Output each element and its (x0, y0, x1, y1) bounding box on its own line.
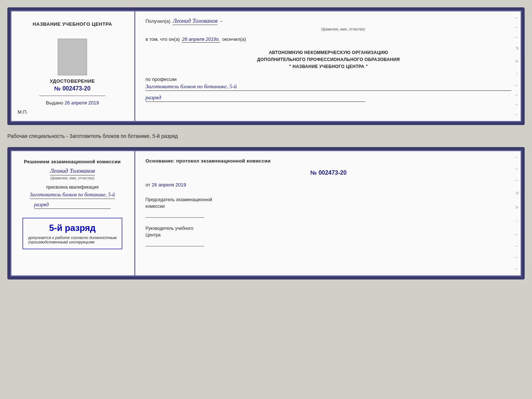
stamp-instructions: (производственным) инструкциям (28, 240, 117, 244)
director-signature-block: Руководитель учебного Центра (145, 225, 511, 246)
qual-rank-value: разряд (34, 202, 111, 209)
basis-label: Основание: протокол экзаменационной коми… (145, 158, 511, 164)
cert-fio-subtitle: (фамилия, имя, отчество) (175, 27, 511, 31)
protocol-number: № 002473-20 (145, 170, 511, 176)
org-line2: ДОПОЛНИТЕЛЬНОГО ПРОФЕССИОНАЛЬНОГО ОБРАЗО… (145, 56, 511, 63)
qual-assigned-label: присвоена квалификация (46, 185, 99, 190)
cert-training-center-title: НАЗВАНИЕ УЧЕБНОГО ЦЕНТРА (33, 21, 112, 27)
director-sig-line (145, 241, 204, 246)
qual-fio-sub: (фамилия, имя, отчество) (50, 176, 94, 180)
page-container: НАЗВАНИЕ УЧЕБНОГО ЦЕНТРА УДОСТОВЕРЕНИЕ №… (7, 7, 525, 279)
cert-right-panel: Получил(а) Леонид Толованов – (фамилия, … (135, 10, 522, 122)
date-prefix: от (145, 182, 150, 188)
recipient-label: Получил(а) (145, 18, 170, 24)
photo-placeholder (58, 39, 87, 75)
chairman-label-line1: Председатель экзаменационной (145, 196, 511, 203)
org-block: АВТОНОМНУЮ НЕКОММЕРЧЕСКУЮ ОРГАНИЗАЦИЮ ДО… (145, 49, 511, 71)
certificate-card: НАЗВАНИЕ УЧЕБНОГО ЦЕНТРА УДОСТОВЕРЕНИЕ №… (7, 7, 525, 125)
completed-label: в том, что он(а) (145, 36, 180, 42)
qual-left-panel: Решением экзаменационной комиссии Леонид… (10, 150, 135, 277)
qual-profession-value: Заготовитель блоков по ботанике, 5-й (30, 192, 115, 199)
qual-decision: Решением экзаменационной комиссии (24, 158, 121, 165)
chairman-sig-line (145, 212, 204, 218)
stamp-allowed: допускается к работе согласно должностны… (28, 235, 117, 240)
cert-issued-block: Выдано 26 апреля 2019 (46, 100, 99, 106)
org-line1: АВТОНОМНУЮ НЕКОММЕРЧЕСКУЮ ОРГАНИЗАЦИЮ (145, 49, 511, 56)
cert-separator-line (39, 96, 105, 96)
director-label-line2: Центра (145, 232, 511, 238)
director-label: Руководитель учебного Центра (145, 225, 511, 238)
cert-number: № 002473-20 (39, 85, 105, 92)
completed-suffix: окончил(а) (222, 36, 246, 42)
stamp-allowed-text: допускается к (28, 235, 54, 240)
qual-right-panel: Основание: протокол экзаменационной коми… (135, 150, 522, 277)
specialty-text: Рабочая специальность - Заготовитель бло… (7, 132, 525, 140)
cert-left-panel: НАЗВАНИЕ УЧЕБНОГО ЦЕНТРА УДОСТОВЕРЕНИЕ №… (10, 10, 135, 122)
org-line3: " НАЗВАНИЕ УЧЕБНОГО ЦЕНТРА " (145, 63, 511, 70)
chairman-label: Председатель экзаменационной комиссии (145, 196, 511, 210)
stamp-rank-large: 5-й разряд (28, 223, 117, 233)
stamp-work-text: работе согласно должностным (55, 235, 116, 240)
recipient-dash: – (220, 18, 222, 24)
recipient-line: Получил(а) Леонид Толованов – (145, 18, 511, 25)
cert-issued-value: 26 апреля 2019 (65, 100, 99, 106)
profession-label: по профессии (145, 76, 511, 82)
rank-value: разряд (145, 95, 365, 102)
qual-person-name: Леонид Толованов (50, 168, 95, 175)
cert-issued-label: Выдано (46, 100, 63, 106)
qualification-card: Решением экзаменационной комиссии Леонид… (7, 147, 525, 279)
chairman-signature-block: Председатель экзаменационной комиссии (145, 196, 511, 218)
date-value: 26 апреля 2019 (152, 182, 186, 188)
director-label-line1: Руководитель учебного (145, 225, 511, 232)
recipient-name: Леонид Толованов (173, 18, 218, 25)
completed-date: 26 апреля 2019г. (182, 36, 220, 43)
completed-line: в том, что он(а) 26 апреля 2019г. окончи… (145, 36, 511, 43)
qualification-stamp: 5-й разряд допускается к работе согласно… (22, 218, 123, 249)
date-line: от 26 апреля 2019 (145, 182, 511, 188)
profession-value: Заготовитель блоков по ботанике, 5-й (145, 83, 511, 91)
cert-middle: УДОСТОВЕРЕНИЕ № 002473-20 (39, 78, 105, 100)
mp-label: М.П. (18, 109, 28, 115)
cert-label: УДОСТОВЕРЕНИЕ (39, 78, 105, 84)
chairman-label-line2: комиссии (145, 203, 511, 210)
